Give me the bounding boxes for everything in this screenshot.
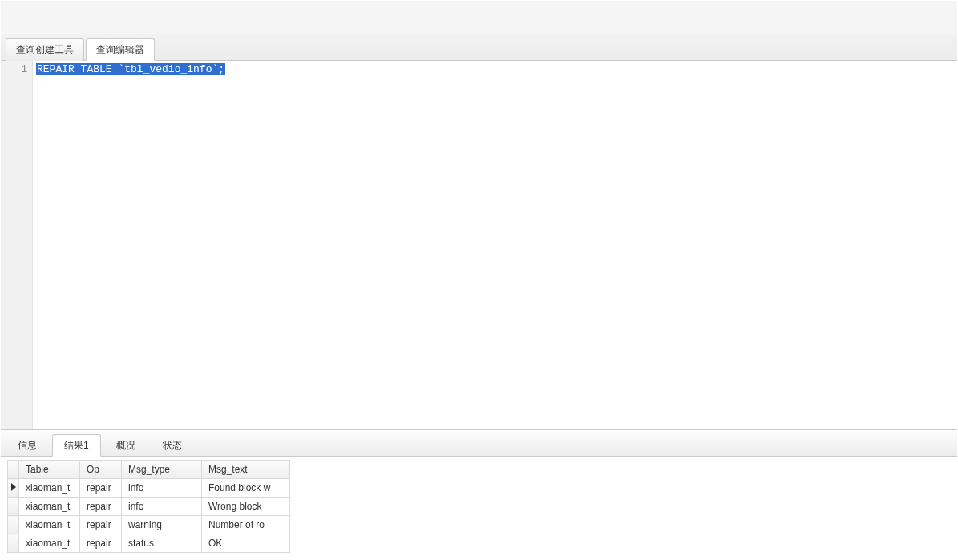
cell-msgtype[interactable]: info	[122, 498, 202, 516]
editor-code-area[interactable]: REPAIR TABLE `tbl_vedio_info`;	[33, 61, 957, 429]
tab-label: 查询编辑器	[96, 43, 144, 57]
tab-info[interactable]: 信息	[6, 434, 49, 457]
tab-label: 信息	[18, 439, 37, 453]
row-marker	[8, 534, 19, 553]
cell-table[interactable]: xiaoman_t	[19, 534, 80, 553]
row-marker	[8, 479, 19, 498]
results-table[interactable]: Table Op Msg_type Msg_text xiaoman_t rep…	[7, 460, 290, 553]
table-row[interactable]: xiaoman_t repair warning Number of ro	[8, 516, 290, 534]
sql-editor[interactable]: 1 REPAIR TABLE `tbl_vedio_info`;	[1, 61, 957, 429]
cell-table[interactable]: xiaoman_t	[19, 479, 80, 498]
tab-label: 状态	[163, 439, 182, 453]
cell-msgtype[interactable]: status	[122, 534, 202, 553]
cell-msgtext[interactable]: Wrong block	[202, 498, 290, 516]
cell-msgtext[interactable]: Found block w	[202, 479, 290, 498]
editor-gutter: 1	[1, 61, 33, 429]
tab-result1[interactable]: 结果1	[52, 434, 101, 457]
cell-msgtext[interactable]: Number of ro	[202, 516, 290, 534]
tab-query-editor[interactable]: 查询编辑器	[86, 38, 155, 61]
top-margin	[1, 1, 957, 34]
current-row-icon	[11, 483, 16, 491]
tab-profile[interactable]: 概况	[104, 434, 148, 457]
results-tabs-bar: 信息 结果1 概况 状态	[1, 429, 957, 457]
col-header-op[interactable]: Op	[80, 461, 122, 479]
tab-label: 结果1	[64, 439, 89, 453]
tab-label: 概况	[116, 439, 135, 453]
col-header-table[interactable]: Table	[19, 461, 80, 479]
cell-op[interactable]: repair	[80, 534, 122, 553]
results-grid-wrap: Table Op Msg_type Msg_text xiaoman_t rep…	[1, 457, 957, 559]
row-header-blank	[8, 461, 19, 479]
tab-status[interactable]: 状态	[151, 434, 194, 457]
cell-table[interactable]: xiaoman_t	[19, 498, 80, 516]
app-root: 查询创建工具 查询编辑器 1 REPAIR TABLE `tbl_vedio_i…	[0, 0, 958, 560]
editor-tabs-bar: 查询创建工具 查询编辑器	[1, 34, 957, 61]
table-header-row: Table Op Msg_type Msg_text	[8, 461, 290, 479]
tab-label: 查询创建工具	[16, 43, 74, 57]
selected-sql: REPAIR TABLE `tbl_vedio_info`;	[36, 63, 225, 75]
row-marker	[8, 498, 19, 516]
cell-msgtype[interactable]: info	[122, 479, 202, 498]
tab-query-builder[interactable]: 查询创建工具	[6, 38, 84, 61]
table-row[interactable]: xiaoman_t repair status OK	[8, 534, 290, 553]
cell-table[interactable]: xiaoman_t	[19, 516, 80, 534]
col-header-msgtype[interactable]: Msg_type	[122, 461, 202, 479]
cell-msgtext[interactable]: OK	[202, 534, 290, 553]
cell-op[interactable]: repair	[80, 498, 122, 516]
cell-msgtype[interactable]: warning	[122, 516, 202, 534]
table-row[interactable]: xiaoman_t repair info Found block w	[8, 479, 290, 498]
line-number: 1	[2, 62, 27, 77]
cell-op[interactable]: repair	[80, 479, 122, 498]
col-header-msgtext[interactable]: Msg_text	[202, 461, 290, 479]
table-row[interactable]: xiaoman_t repair info Wrong block	[8, 498, 290, 516]
row-marker	[8, 516, 19, 534]
cell-op[interactable]: repair	[80, 516, 122, 534]
